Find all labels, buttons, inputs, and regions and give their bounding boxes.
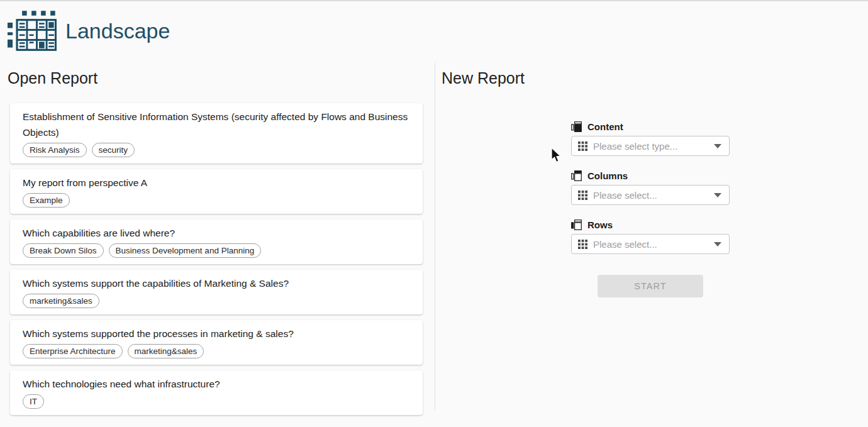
report-tags: Risk Analysissecurity bbox=[23, 143, 410, 157]
report-tag-chip: marketing&sales bbox=[23, 294, 99, 308]
report-tag-chip: Example bbox=[23, 193, 70, 208]
report-title: Establishment of Sensitive Information S… bbox=[23, 109, 410, 140]
app-header: Landscape bbox=[0, 1, 868, 63]
chevron-down-icon bbox=[714, 193, 721, 197]
rows-label-text: Rows bbox=[587, 219, 613, 230]
grid-dots-icon bbox=[578, 141, 587, 151]
grid-dots-icon bbox=[578, 191, 587, 200]
report-card[interactable]: Which technologies need what infrastruct… bbox=[10, 370, 423, 415]
start-button[interactable]: START bbox=[598, 275, 703, 297]
report-tag-chip: IT bbox=[23, 394, 44, 409]
report-tags: IT bbox=[23, 394, 410, 409]
open-report-panel: Open Report Establishment of Sensitive I… bbox=[0, 63, 435, 419]
report-tags: marketing&sales bbox=[23, 294, 410, 308]
columns-field-group: ColumnsPlease select... bbox=[571, 170, 730, 205]
report-tags: Break Down SilosBusiness Development and… bbox=[23, 243, 410, 258]
columns-select-placeholder: Please select... bbox=[593, 190, 714, 201]
report-card[interactable]: Establishment of Sensitive Information S… bbox=[10, 103, 423, 164]
landscape-app: { "header": { "app_name": "Landscape", "… bbox=[0, 0, 868, 427]
grid-dots-icon bbox=[578, 240, 587, 249]
chevron-down-icon bbox=[714, 242, 721, 247]
chevron-down-icon bbox=[714, 144, 721, 148]
report-card[interactable]: My report from perspective AExample bbox=[10, 169, 423, 214]
new-report-title: New Report bbox=[442, 69, 868, 88]
main-content: Open Report Establishment of Sensitive I… bbox=[0, 63, 868, 419]
rows-field-group: RowsPlease select... bbox=[571, 219, 730, 254]
content-select-placeholder: Please select type... bbox=[593, 141, 714, 152]
report-tag-chip: Enterprise Architecture bbox=[23, 344, 123, 358]
report-tag-chip: Break Down Silos bbox=[23, 243, 104, 258]
rows-select-placeholder: Please select... bbox=[593, 239, 714, 250]
content-label-text: Content bbox=[587, 121, 623, 132]
report-title: Which systems supported the processes in… bbox=[23, 326, 410, 341]
report-title: Which technologies need what infrastruct… bbox=[23, 376, 410, 392]
columns-label-text: Columns bbox=[587, 170, 628, 181]
layout-content-icon bbox=[571, 121, 582, 132]
report-title: My report from perspective A bbox=[23, 175, 410, 191]
content-label: Content bbox=[571, 121, 730, 132]
report-tag-chip: Business Development and Planning bbox=[109, 243, 262, 258]
report-card[interactable]: Which systems support the capabilities o… bbox=[10, 270, 423, 314]
open-report-title: Open Report bbox=[8, 69, 435, 88]
layout-columns-icon bbox=[571, 170, 582, 181]
report-tag-chip: marketing&sales bbox=[128, 344, 204, 358]
report-tag-chip: Risk Analysis bbox=[23, 143, 87, 157]
report-card[interactable]: Which capabilities are lived where?Break… bbox=[10, 219, 423, 264]
report-card[interactable]: Which systems supported the processes in… bbox=[10, 320, 423, 365]
landscape-grid-logo-icon bbox=[8, 11, 57, 51]
report-tags: Example bbox=[23, 193, 410, 208]
logo-row: Landscape bbox=[8, 11, 868, 51]
rows-select[interactable]: Please select... bbox=[571, 234, 730, 254]
columns-label: Columns bbox=[571, 170, 730, 181]
report-title: Which systems support the capabilities o… bbox=[23, 275, 410, 291]
content-field-group: ContentPlease select type... bbox=[571, 121, 730, 156]
report-tags: Enterprise Architecturemarketing&sales bbox=[23, 344, 410, 358]
rows-label: Rows bbox=[571, 219, 730, 230]
app-title: Landscape bbox=[65, 19, 170, 43]
report-title: Which capabilities are lived where? bbox=[23, 225, 410, 241]
columns-select[interactable]: Please select... bbox=[571, 185, 730, 205]
content-select[interactable]: Please select type... bbox=[571, 136, 730, 156]
report-list: Establishment of Sensitive Information S… bbox=[10, 103, 423, 415]
new-report-form: ContentPlease select type...ColumnsPleas… bbox=[571, 121, 730, 297]
layout-rows-icon bbox=[571, 219, 582, 230]
report-tag-chip: security bbox=[92, 143, 135, 157]
new-report-panel: New Report ContentPlease select type...C… bbox=[435, 63, 868, 411]
